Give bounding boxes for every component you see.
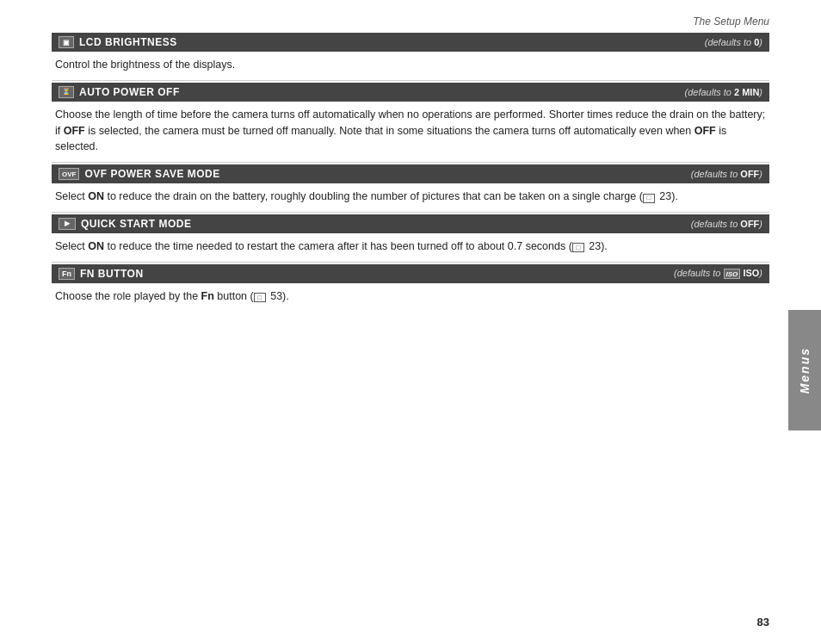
- page-number: 83: [757, 616, 769, 629]
- menu-title-left-apo: ⏳ AUTO POWER OFF: [59, 86, 180, 98]
- menu-title-bar-qs: ▶ QUICK START MODE (defaults to OFF): [52, 214, 769, 233]
- menu-title-bar-apo: ⏳ AUTO POWER OFF (defaults to 2 MIN): [52, 83, 769, 102]
- lcd-icon: ▣: [59, 36, 74, 48]
- qs-icon: ▶: [59, 218, 76, 230]
- ovf-icon: OVF: [59, 168, 79, 180]
- qs-description: Select ON to reduce the time needed to r…: [52, 233, 769, 263]
- menu-item-fn-button: Fn Fn BUTTON (defaults to ISO ISO) Choos…: [52, 264, 769, 312]
- side-tab-label: Menus: [798, 347, 812, 393]
- ovf-title: OVF POWER SAVE MODE: [84, 168, 219, 180]
- lcd-description: Control the brightness of the displays.: [52, 52, 769, 81]
- menu-item-auto-power: ⏳ AUTO POWER OFF (defaults to 2 MIN) Cho…: [52, 83, 769, 163]
- menu-title-left-lcd: ▣ LCD BRIGHTNESS: [59, 36, 177, 48]
- menu-title-left-ovf: OVF OVF POWER SAVE MODE: [59, 168, 220, 180]
- ovf-description: Select ON to reduce the drain on the bat…: [52, 183, 769, 213]
- content-area: ▣ LCD BRIGHTNESS (defaults to 0) Control…: [0, 33, 821, 311]
- menu-title-bar-lcd: ▣ LCD BRIGHTNESS (defaults to 0): [52, 33, 769, 52]
- menu-item-lcd-brightness: ▣ LCD BRIGHTNESS (defaults to 0) Control…: [52, 33, 769, 81]
- lcd-defaults: (defaults to 0): [705, 37, 762, 47]
- apo-title: AUTO POWER OFF: [79, 86, 180, 98]
- qs-defaults: (defaults to OFF): [691, 219, 762, 229]
- menu-title-left-qs: ▶ QUICK START MODE: [59, 218, 191, 230]
- menu-title-bar-ovf: OVF OVF POWER SAVE MODE (defaults to OFF…: [52, 164, 769, 183]
- qs-title: QUICK START MODE: [81, 218, 191, 230]
- fn-description: Choose the role played by the Fn button …: [52, 283, 769, 312]
- iso-badge-icon: ISO: [724, 269, 741, 279]
- book-ref-qs: □: [572, 243, 584, 252]
- menu-item-ovf-power: OVF OVF POWER SAVE MODE (defaults to OFF…: [52, 164, 769, 213]
- fn-defaults: (defaults to ISO ISO): [674, 268, 762, 280]
- book-ref-ovf: □: [643, 194, 655, 203]
- fn-title: Fn BUTTON: [80, 268, 144, 280]
- menu-title-left-fn: Fn Fn BUTTON: [59, 268, 144, 280]
- fn-icon: Fn: [59, 268, 75, 280]
- page-title: The Setup Menu: [693, 15, 769, 28]
- book-ref-fn: □: [254, 293, 266, 302]
- menu-item-quick-start: ▶ QUICK START MODE (defaults to OFF) Sel…: [52, 214, 769, 263]
- page-header: The Setup Menu: [0, 0, 821, 33]
- lcd-title: LCD BRIGHTNESS: [79, 36, 177, 48]
- apo-defaults: (defaults to 2 MIN): [685, 87, 763, 97]
- ovf-defaults: (defaults to OFF): [691, 169, 762, 179]
- apo-icon: ⏳: [59, 86, 74, 98]
- menus-side-tab: Menus: [788, 310, 821, 430]
- apo-description: Choose the length of time before the cam…: [52, 102, 769, 163]
- menu-title-bar-fn: Fn Fn BUTTON (defaults to ISO ISO): [52, 264, 769, 283]
